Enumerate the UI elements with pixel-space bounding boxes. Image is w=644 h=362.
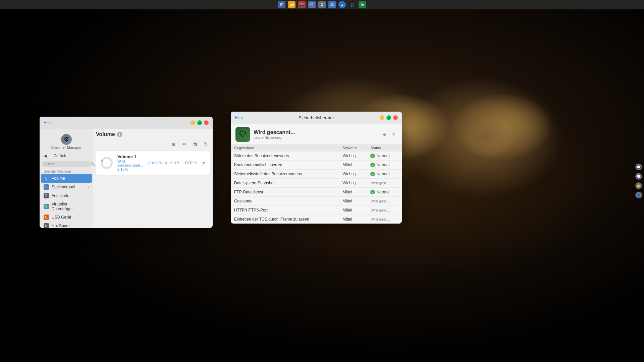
status-green-dot <box>370 172 375 176</box>
file-station-icon[interactable]: 📁 <box>288 1 296 8</box>
security-header-icons: ⚙ ↻ <box>381 131 397 138</box>
camera-icon[interactable]: 📷 <box>298 1 306 8</box>
row-item: HTTP/HTTPS-Port <box>231 206 339 215</box>
status-scanning-label: Wird gesc... <box>370 217 390 221</box>
status-scanning-label: Wird gesc... <box>370 199 390 203</box>
volume-card[interactable]: Volume 1 Wird synchronisiert... 2.17% 2.… <box>96 151 210 175</box>
row-severity: Mittel <box>339 161 367 170</box>
volume-label: Volume <box>52 176 65 181</box>
svg-point-0 <box>102 158 112 168</box>
storage-main-content: Volume ℹ ⊕ ✏ 🗑 ↻ Vol <box>93 129 213 228</box>
security-close-btn[interactable]: × <box>393 115 398 120</box>
row-severity: Mittel <box>339 197 367 206</box>
time-backup-icon[interactable]: ⏱ <box>308 1 316 8</box>
security-minimize-btn[interactable]: − <box>380 115 384 120</box>
pool-icon: S <box>44 184 49 190</box>
volume-edit-btn[interactable]: ✏ <box>180 140 189 148</box>
status-normal-badge: Normal <box>370 154 398 158</box>
row-item: Dateisystem-Snapshot <box>231 179 339 188</box>
storage-logo-area: ⚙ Speicher-Manager <box>40 131 93 152</box>
back-label: ← Zurück <box>49 154 66 158</box>
status-green-dot <box>370 154 375 158</box>
volume-info: Volume 1 Wird synchronisiert... 2.17% <box>117 154 144 171</box>
virt-icon: V <box>44 204 49 209</box>
row-item: Einbetten der TOS durch iFrame zulassen <box>231 215 339 222</box>
dsm-icon[interactable]: ⊞ <box>278 1 285 8</box>
volume-refresh-btn[interactable]: ↻ <box>202 140 210 148</box>
storage-back-btn[interactable]: ◀ ← Zurück <box>40 152 93 160</box>
volume-add-btn[interactable]: ⊕ <box>170 140 178 148</box>
pool-label: Speicherpool <box>52 185 75 189</box>
storage-close-btn[interactable]: × <box>204 120 209 125</box>
status-green-dot <box>370 190 375 194</box>
message-icon[interactable]: 💭 <box>635 173 642 180</box>
security-table-body: Stärke des BenutzerkennwortsWichtigNorma… <box>231 152 402 221</box>
security-table-header: Gegenstand Schwere Status <box>231 144 402 152</box>
volume-used: 2.02 GB <box>148 161 161 165</box>
table-row: Konto automatisch sperrenMittelNormal <box>231 161 402 170</box>
sidebar-item-hotspare[interactable]: H Hot Spare <box>40 222 93 228</box>
mailplus-icon[interactable]: ✉ <box>328 1 336 8</box>
status-normal-label: Normal <box>376 190 389 194</box>
security-logo-icon: 🛡 <box>239 130 247 139</box>
col-header-status: Status <box>367 144 402 152</box>
audio-station-icon[interactable]: 🎧 <box>348 1 356 8</box>
table-row: Stärke des BenutzerkennwortsWichtigNorma… <box>231 152 402 161</box>
storage-search-input[interactable] <box>44 162 91 166</box>
security-scanning-label: Wird gescannt... <box>254 129 378 135</box>
sidebar-section-label: Speicher-Manager <box>40 168 93 174</box>
security-settings-btn[interactable]: ⚙ <box>381 131 388 138</box>
control-panel-icon[interactable]: ⚙ <box>318 1 326 8</box>
storage-maximize-btn[interactable]: □ <box>197 120 202 125</box>
table-row: HTTP/HTTPS-PortMittelWird gesc... <box>231 206 402 215</box>
row-item: Stärke des Benutzerkennworts <box>231 152 339 161</box>
row-severity: Mittel <box>339 206 367 215</box>
maps-icon[interactable]: 🗺 <box>359 1 366 8</box>
volume-info-icon[interactable]: ℹ <box>117 132 122 137</box>
storage-minimize-btn[interactable]: − <box>191 120 195 125</box>
row-status: Wird gesc... <box>367 197 402 206</box>
disk-icon: F <box>44 193 49 198</box>
table-row: Einbetten der TOS durch iFrame zulassenM… <box>231 215 402 222</box>
sidebar-item-festplatte[interactable]: F Festplatte <box>40 191 93 200</box>
hotspare-icon: H <box>44 223 49 228</box>
row-status: Wird gesc... <box>367 215 402 222</box>
volume-delete-btn[interactable]: 🗑 <box>191 140 199 148</box>
status-normal-badge: Normal <box>370 190 398 194</box>
drive-icon[interactable]: ▲ <box>338 1 346 8</box>
row-status: Normal <box>367 161 402 170</box>
row-severity: Mittel <box>339 188 367 197</box>
security-help-link[interactable]: Hilfe <box>235 115 243 120</box>
status-green-dot <box>370 163 375 167</box>
bell-icon[interactable]: 🔔 <box>635 182 642 189</box>
sidebar-item-usb[interactable]: U USB Gerät <box>40 213 93 222</box>
storage-logo-label: Speicher-Manager <box>51 145 82 149</box>
security-refresh-btn[interactable]: ↻ <box>390 131 397 138</box>
volume-title-bar: Volume ℹ <box>96 131 210 137</box>
usb-label: USB Gerät <box>52 215 71 220</box>
volume-expand-icon[interactable]: ▼ <box>201 160 206 166</box>
row-status: Normal <box>367 170 402 179</box>
hotspare-label: Hot Spare <box>52 224 70 228</box>
security-logo: 🛡 <box>235 127 250 142</box>
sidebar-item-virtual[interactable]: V Virtueller Datenträger <box>40 200 93 213</box>
storage-help-link[interactable]: Hilfe <box>44 120 52 125</box>
sidebar-item-volume[interactable]: V Volume <box>41 174 92 183</box>
col-header-severity: Schwere <box>339 144 367 152</box>
volume-icon: V <box>44 176 49 181</box>
storage-left-sidebar: ⚙ Speicher-Manager ◀ ← Zurück 🔍 Speicher… <box>40 129 93 228</box>
volume-filesystem: BTRFS <box>185 161 197 165</box>
status-normal-label: Normal <box>376 172 389 176</box>
volume-used-total: 2.02 GB / 10.88 TB <box>148 161 179 165</box>
table-row: Dateisystem-SnapshotWichtigWird gesc... <box>231 179 402 188</box>
status-normal-badge: Normal <box>370 163 398 167</box>
row-severity: Wichtig <box>339 152 367 161</box>
account-icon[interactable]: 👤 <box>635 192 642 198</box>
security-table: Gegenstand Schwere Status Stärke des Ben… <box>231 144 402 221</box>
row-status: Wird gesc... <box>367 179 402 188</box>
sidebar-item-speicherpool[interactable]: S Speicherpool ℹ <box>40 183 93 191</box>
security-advisor-window: Hilfe Sicherheitsberater − □ × 🛡 Wird ge… <box>231 112 402 224</box>
security-maximize-btn[interactable]: □ <box>386 115 391 120</box>
chat-icon[interactable]: 💬 <box>635 164 642 170</box>
security-last-scan: Letzte Sicherung: --- <box>254 135 378 139</box>
